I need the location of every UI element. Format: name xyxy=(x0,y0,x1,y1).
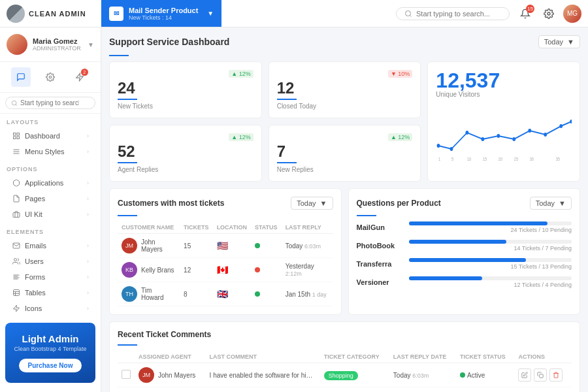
product-name: Transferra xyxy=(357,260,409,268)
svg-text:35: 35 xyxy=(556,156,561,161)
questions-filter[interactable]: Today ▼ xyxy=(530,197,572,210)
sidebar-item-menu-styles[interactable]: Menu Styles › xyxy=(7,144,94,159)
flag: 🇺🇸 xyxy=(217,240,228,251)
customer-name: John Mayers xyxy=(141,238,176,253)
svg-point-5 xyxy=(12,101,16,105)
visitor-label: Unique Visitors xyxy=(436,91,572,98)
sidebar-item-users[interactable]: Users › xyxy=(7,253,94,269)
users-icon xyxy=(12,257,21,266)
logo: CLEAN ADMIN xyxy=(0,5,101,23)
chevron-icon: › xyxy=(87,148,89,155)
sidebar-item-label: Users xyxy=(25,257,83,265)
sidebar-item-dashboard[interactable]: Dashboard › xyxy=(7,128,94,144)
pages-icon xyxy=(12,194,21,203)
last-reply: Jan 15th xyxy=(286,291,310,298)
sidebar-settings-button[interactable] xyxy=(41,67,60,87)
notifications-button[interactable]: 15 xyxy=(516,5,534,23)
sidebar-item-pages[interactable]: Pages › xyxy=(7,191,94,206)
visitor-count: 12,537 xyxy=(436,70,572,91)
stat-divider xyxy=(118,99,137,100)
search-input[interactable] xyxy=(416,10,501,18)
settings-icon xyxy=(46,73,55,82)
svg-point-0 xyxy=(406,10,411,16)
col-actions: ACTIONS xyxy=(514,351,572,363)
flag: 🇬🇧 xyxy=(217,289,228,299)
ticket-category: Shopping xyxy=(324,371,358,380)
ticket-row: JM John Mayers I have enabled the softwa… xyxy=(118,363,572,387)
purchase-button[interactable]: Purchase Now xyxy=(19,359,82,372)
gear-icon xyxy=(544,8,554,19)
stat-change: ▼ 10% xyxy=(388,70,412,78)
app-icon xyxy=(12,178,21,188)
user-avatar[interactable]: MG xyxy=(563,5,581,23)
product-stats: 14 Tickets / 7 Pending xyxy=(409,245,572,252)
sidebar-item-forms[interactable]: Forms › xyxy=(7,269,94,285)
customer-name: Tim Howard xyxy=(141,287,176,301)
ui-kit-icon xyxy=(12,210,21,219)
customers-table: CUSTOMER NAME TICKETS LOCATION STATUS LA… xyxy=(118,221,333,306)
menu-icon xyxy=(12,147,21,156)
user-chevron-icon[interactable]: ▼ xyxy=(88,41,94,48)
svg-point-28 xyxy=(482,137,485,141)
col-comment: LAST COMMENT xyxy=(206,351,320,363)
edit-icon xyxy=(521,372,528,378)
svg-point-15 xyxy=(14,259,17,261)
svg-rect-8 xyxy=(17,133,20,136)
customers-filter[interactable]: Today ▼ xyxy=(291,197,333,210)
sidebar-avatar xyxy=(7,34,27,55)
recent-tickets-title: Recent Ticket Comments xyxy=(118,330,211,339)
product-row-versioner: Versioner 12 Tickets / 4 Pending xyxy=(357,276,572,288)
svg-rect-7 xyxy=(14,133,16,136)
product-row-transferra: Transferra 15 Tickets / 13 Pending xyxy=(357,258,572,270)
dashboard-filter[interactable]: Today ▼ xyxy=(538,35,580,48)
sidebar-search-input[interactable] xyxy=(20,99,79,106)
sidebar-item-icons[interactable]: Icons › xyxy=(7,301,94,316)
sidebar-messages-button[interactable] xyxy=(11,67,31,87)
delete-action-button[interactable] xyxy=(549,368,563,382)
logo-icon xyxy=(7,5,25,23)
chevron-down-icon: ▼ xyxy=(320,199,327,207)
sidebar-item-label: UI Kit xyxy=(25,210,83,218)
top-nav: CLEAN ADMIN ✉ Mail Sender Product New Ti… xyxy=(0,0,588,27)
sidebar-item-applications[interactable]: Applications › xyxy=(7,175,94,191)
sidebar-section-layouts: LAYOUTS Dashboard › Menu Styles › xyxy=(0,114,101,161)
dashboard-header: Support Service Dashboard Today ▼ xyxy=(109,35,580,48)
reply-time: 6:03m xyxy=(304,243,321,250)
svg-line-1 xyxy=(410,15,411,16)
stat-divider xyxy=(277,99,297,100)
filter-label: Today xyxy=(536,199,555,207)
copy-action-button[interactable] xyxy=(534,368,547,382)
svg-rect-43 xyxy=(540,374,543,378)
sidebar-item-ui-kit[interactable]: UI Kit › xyxy=(7,206,94,222)
svg-text:10: 10 xyxy=(467,156,472,161)
edit-action-button[interactable] xyxy=(518,368,531,382)
stat-change: ▲ 12% xyxy=(229,70,253,78)
col-location: LOCATION xyxy=(213,221,251,234)
row-checkbox[interactable] xyxy=(122,370,131,379)
col-status: TICKET STATUS xyxy=(456,351,514,363)
lightning-badge: 2 xyxy=(81,69,88,76)
sidebar-quick-icons: 2 xyxy=(0,62,101,93)
top-search[interactable] xyxy=(396,7,510,20)
col-reply: LAST REPLY xyxy=(282,221,333,234)
tables-icon xyxy=(12,288,21,297)
layout: Maria Gomez Administrator ▼ 2 xyxy=(0,27,588,392)
sidebar-item-tables[interactable]: Tables › xyxy=(7,285,94,301)
sidebar-item-label: Tables xyxy=(25,289,83,297)
sidebar-section-title-options: OPTIONS xyxy=(7,166,94,172)
sidebar-user-role: Administrator xyxy=(33,45,82,52)
product-switcher[interactable]: ✉ Mail Sender Product New Tickets : 14 ▼ xyxy=(101,0,221,27)
sidebar-lightning-button[interactable]: 2 xyxy=(70,67,90,87)
sidebar-section-elements: ELEMENTS Emails › Users › Forms xyxy=(0,223,101,318)
sidebar-item-label: Pages xyxy=(25,195,83,203)
col-tickets: TICKETS xyxy=(180,221,213,234)
settings-button[interactable] xyxy=(540,5,558,23)
questions-title: Questions per Product xyxy=(357,199,441,208)
card-divider xyxy=(357,215,376,216)
sidebar-item-emails[interactable]: Emails › xyxy=(7,238,94,253)
svg-text:15: 15 xyxy=(483,156,487,161)
user-panel: Maria Gomez Administrator ▼ xyxy=(0,27,101,62)
sidebar-item-label: Forms xyxy=(25,273,83,281)
product-sub: New Tickets : 14 xyxy=(129,14,198,21)
status-dot xyxy=(255,291,260,297)
